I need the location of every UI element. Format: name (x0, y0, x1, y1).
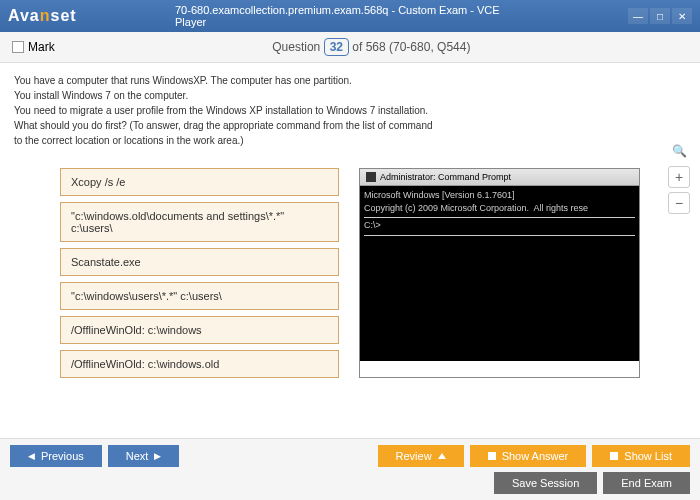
window-controls: — □ ✕ (628, 8, 692, 24)
drag-option[interactable]: Scanstate.exe (60, 248, 339, 276)
mark-checkbox[interactable] (12, 41, 24, 53)
question-number: 32 (324, 38, 349, 56)
minimize-button[interactable]: — (628, 8, 648, 24)
question-header: Mark Question 32 of 568 (70-680, Q544) (0, 32, 700, 63)
terminal-icon (366, 172, 376, 182)
square-icon (488, 452, 496, 460)
drag-option[interactable]: /OfflineWinOld: c:\windows (60, 316, 339, 344)
command-prompt-titlebar: Administrator: Command Prompt (360, 169, 639, 186)
question-counter: Question 32 of 568 (70-680, Q544) (55, 40, 688, 54)
review-button[interactable]: Review (378, 445, 464, 467)
save-session-button[interactable]: Save Session (494, 472, 597, 494)
square-icon (610, 452, 618, 460)
question-text: You have a computer that runs WindowsXP.… (0, 63, 700, 158)
show-list-button[interactable]: Show List (592, 445, 690, 467)
window-titlebar: Avanset 70-680.examcollection.premium.ex… (0, 0, 700, 32)
show-answer-button[interactable]: Show Answer (470, 445, 587, 467)
drag-option[interactable]: /OfflineWinOld: c:\windows.old (60, 350, 339, 378)
work-area: Xcopy /s /e "c:\windows.old\documents an… (0, 158, 700, 388)
drag-option[interactable]: "c:\windows\users\*.*" c:\users\ (60, 282, 339, 310)
magnifier-icon: 🔍 (668, 140, 690, 162)
chevron-up-icon (438, 453, 446, 459)
command-prompt-body[interactable]: Microsoft Windows [Version 6.1.7601] Cop… (360, 186, 639, 361)
maximize-button[interactable]: □ (650, 8, 670, 24)
next-button[interactable]: Next▶ (108, 445, 180, 467)
command-prompt-window: Administrator: Command Prompt Microsoft … (359, 168, 640, 378)
drag-option[interactable]: "c:\windows.old\documents and settings\*… (60, 202, 339, 242)
close-button[interactable]: ✕ (672, 8, 692, 24)
zoom-out-button[interactable]: − (668, 192, 690, 214)
bottom-toolbar: ◀Previous Next▶ Review Show Answer Show … (0, 438, 700, 500)
window-title: 70-680.examcollection.premium.exam.568q … (175, 4, 525, 28)
drag-source-list: Xcopy /s /e "c:\windows.old\documents an… (60, 168, 339, 378)
app-logo: Avanset (8, 7, 77, 25)
zoom-controls: 🔍 + − (668, 140, 690, 214)
zoom-in-button[interactable]: + (668, 166, 690, 188)
drag-option[interactable]: Xcopy /s /e (60, 168, 339, 196)
end-exam-button[interactable]: End Exam (603, 472, 690, 494)
previous-button[interactable]: ◀Previous (10, 445, 102, 467)
mark-label: Mark (28, 40, 55, 54)
